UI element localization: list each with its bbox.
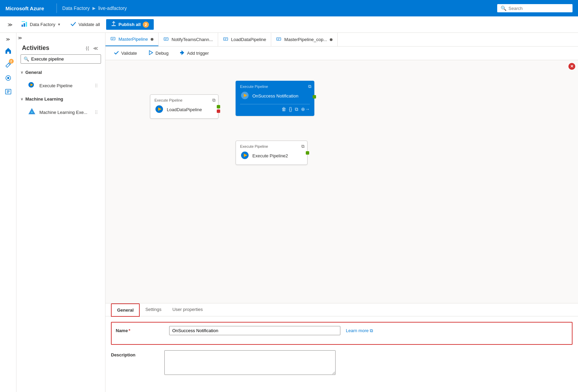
node-onsuccess-external-icon[interactable]: ⧉ xyxy=(308,84,311,89)
name-input-wrap: Learn more ⧉ xyxy=(169,326,568,335)
search-input[interactable] xyxy=(508,6,569,11)
breadcrumb-datafactory[interactable]: Data Factory xyxy=(62,5,90,11)
publish-all-button[interactable]: Publish all 2 xyxy=(106,19,154,30)
node-exec2-icon xyxy=(240,151,250,161)
svg-rect-4 xyxy=(112,25,116,26)
node-load-header: Execute Pipeline xyxy=(154,98,214,102)
debug-label: Debug xyxy=(155,51,168,56)
svg-rect-1 xyxy=(24,23,25,27)
activities-collapse-btn[interactable]: ⟨⟨ xyxy=(84,45,90,52)
activities-chevron-btn[interactable]: ≪ xyxy=(92,45,100,52)
activities-section-ml[interactable]: ∨ Machine Learning xyxy=(16,94,105,104)
tab-settings[interactable]: Settings xyxy=(140,303,167,316)
activity-item-ml-execute[interactable]: Machine Learning Exe... ⠿ xyxy=(19,104,102,120)
canvas-error-indicator: ✕ xyxy=(568,63,575,70)
execute-pipeline-label: Execute Pipeline xyxy=(39,83,91,88)
ml-execute-label: Machine Learning Exe... xyxy=(39,110,91,115)
node-exec2-body: Execute Pipeline2 xyxy=(240,151,303,161)
validate-all-button[interactable]: Validate all xyxy=(67,19,103,30)
sidebar-edit-btn[interactable]: 2 xyxy=(2,58,14,70)
general-section-title: General xyxy=(25,70,42,75)
sidebar-collapse-btn[interactable]: ≫ xyxy=(4,36,12,43)
brand-label: Microsoft Azure xyxy=(5,5,44,11)
name-field-wrapper: Name* Learn more ⧉ xyxy=(111,322,573,345)
activities-actions: ⟨⟨ ≪ xyxy=(84,45,100,52)
sidebar-manage-btn[interactable] xyxy=(2,86,14,98)
main-layout: ≫ 2 ≫ Activities ⟨⟨ ≪ 🔍 xyxy=(0,33,578,392)
node-onsuccess-header: Execute Pipeline xyxy=(240,84,310,89)
node-delete-icon[interactable]: 🗑 xyxy=(281,106,286,112)
expand-button[interactable]: ≫ xyxy=(5,21,15,29)
add-trigger-button[interactable]: Add trigger xyxy=(177,49,212,58)
svg-rect-2 xyxy=(26,22,27,27)
validate-icon xyxy=(70,21,76,28)
learn-more-icon: ⧉ xyxy=(370,328,373,334)
tab-general[interactable]: General xyxy=(111,303,140,317)
name-required: * xyxy=(128,328,130,333)
data-factory-menu[interactable]: Data Factory ▼ xyxy=(17,18,64,31)
tab-master-pipeline[interactable]: MasterPipeline xyxy=(105,33,159,46)
activities-header: Activities ⟨⟨ ≪ xyxy=(16,40,105,54)
description-row: Description xyxy=(111,350,573,375)
node-load-icon xyxy=(154,104,164,115)
panel-expand-btn[interactable]: ≫ xyxy=(18,36,22,40)
description-label: Description xyxy=(111,350,159,357)
factory-label: Data Factory xyxy=(30,22,55,27)
factory-icon xyxy=(21,21,28,29)
tab-notify-teams[interactable]: NotifyTeamsChann... xyxy=(159,33,218,46)
svg-rect-16 xyxy=(111,37,115,40)
name-label: Name* xyxy=(116,326,164,333)
tab-notify-icon xyxy=(163,36,169,43)
ml-execute-drag: ⠿ xyxy=(95,110,98,115)
sidebar-monitor-btn[interactable] xyxy=(2,72,14,84)
name-row: Name* Learn more ⧉ xyxy=(116,326,568,335)
node-load-title: LoadDataPipeline xyxy=(167,107,202,112)
activities-search-input[interactable] xyxy=(31,56,98,62)
node-params-icon[interactable]: {} xyxy=(289,106,292,112)
svg-rect-22 xyxy=(224,38,228,40)
debug-button[interactable]: Debug xyxy=(145,49,171,58)
node-load-data-pipeline[interactable]: Execute Pipeline LoadDataPipeline ⧉ xyxy=(150,94,218,119)
node-onsuccess[interactable]: Execute Pipeline OnSuccess Notification … xyxy=(236,81,314,116)
validate-all-label: Validate all xyxy=(78,22,100,27)
activity-item-execute-pipeline[interactable]: Execute Pipeline ⠿ xyxy=(19,78,102,94)
name-input[interactable] xyxy=(169,326,340,335)
node-copy-icon[interactable]: ⧉ xyxy=(295,106,298,112)
node-exec2-title: Execute Pipeline2 xyxy=(252,153,288,158)
node-exec2-external-icon[interactable]: ⧉ xyxy=(301,144,304,149)
svg-rect-19 xyxy=(164,38,168,40)
description-input[interactable] xyxy=(164,350,336,375)
node-load-body: LoadDataPipeline xyxy=(154,104,214,115)
properties-panel: General Settings User properties Name* xyxy=(105,303,578,392)
sidebar-home-btn[interactable] xyxy=(2,44,14,57)
node-onsuccess-body: OnSuccess Notification xyxy=(240,91,310,101)
execute-pipeline-drag: ⠿ xyxy=(95,83,98,89)
factory-chevron: ▼ xyxy=(57,23,61,26)
tab-load-data[interactable]: LoadDataPipeline xyxy=(218,33,272,46)
edit-badge: 2 xyxy=(9,59,14,64)
execute-pipeline-icon xyxy=(28,81,36,91)
learn-more-link[interactable]: Learn more ⧉ xyxy=(346,328,373,334)
tab-copy-icon xyxy=(276,36,281,43)
activities-search[interactable]: 🔍 xyxy=(21,54,101,64)
node-link-icon[interactable]: ⊕→ xyxy=(301,106,310,112)
node-onsuccess-success-connector xyxy=(313,95,316,99)
general-section-chevron: ∨ xyxy=(21,70,23,75)
ml-section-chevron: ∨ xyxy=(21,97,23,101)
activities-section-general[interactable]: ∨ General xyxy=(16,68,105,77)
breadcrumb: Data Factory ▶ live-adfactory xyxy=(62,5,127,11)
pipeline-tabs: MasterPipeline NotifyTeamsChann... LoadD… xyxy=(105,33,578,47)
search-bar[interactable]: 🔍 xyxy=(497,4,573,12)
validate-button[interactable]: Validate xyxy=(111,49,140,58)
svg-rect-25 xyxy=(277,38,281,40)
activities-panel: ≫ Activities ⟨⟨ ≪ 🔍 ∨ General Ex xyxy=(16,33,105,392)
node-exec-pipeline2[interactable]: Execute Pipeline Execute Pipeline2 ⧉ xyxy=(236,141,307,165)
main-toolbar: ≫ Data Factory ▼ Validate all Publish al… xyxy=(0,16,578,33)
activities-title: Activities xyxy=(22,44,81,52)
node-load-success-connector xyxy=(217,105,220,108)
tab-load-label: LoadDataPipeline xyxy=(231,37,266,42)
tab-master-copy[interactable]: MasterPipeline_cop... xyxy=(271,33,338,46)
tab-user-properties[interactable]: User properties xyxy=(167,303,208,316)
node-onsuccess-icon xyxy=(240,91,250,101)
node-load-external-icon[interactable]: ⧉ xyxy=(212,97,215,103)
